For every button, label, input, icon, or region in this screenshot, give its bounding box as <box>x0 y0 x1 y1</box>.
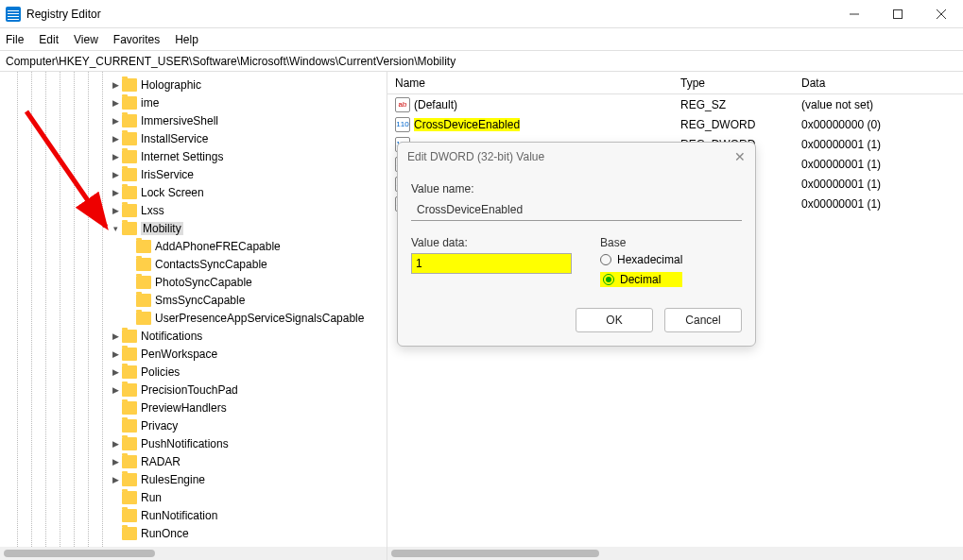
tree-item[interactable]: PreviewHandlers <box>9 399 387 416</box>
list-row[interactable]: 110CrossDeviceEnabledREG_DWORD0x00000000… <box>387 114 963 134</box>
tree-horizontal-scrollbar[interactable] <box>0 547 387 560</box>
value-data: 0x00000001 (1) <box>794 158 963 171</box>
radio-decimal[interactable]: Decimal <box>600 272 682 287</box>
tree-item-label: PushNotifications <box>141 437 229 450</box>
tree-item[interactable]: ▶PushNotifications <box>9 434 387 452</box>
menu-favorites[interactable]: Favorites <box>113 33 160 46</box>
tree-item[interactable]: ▶Lxss <box>9 201 387 219</box>
tree-item[interactable]: ▶RADAR <box>9 452 387 470</box>
chevron-right-icon[interactable]: ▶ <box>109 473 122 486</box>
folder-icon <box>122 150 137 163</box>
tree-item-label: Privacy <box>141 419 178 433</box>
menu-file[interactable]: File <box>6 33 24 46</box>
tree-item-label: SmsSyncCapable <box>155 294 245 307</box>
tree-item[interactable]: ▶Lock Screen <box>9 183 387 201</box>
chevron-right-icon[interactable]: ▶ <box>109 455 122 468</box>
tree-item[interactable]: ▶Internet Settings <box>9 147 387 165</box>
radio-hexadecimal[interactable]: Hexadecimal <box>600 253 682 266</box>
tree-item[interactable]: ▶Notifications <box>9 327 387 345</box>
minimize-button[interactable] <box>833 0 876 27</box>
tree-item[interactable]: ▾Mobility <box>9 219 387 237</box>
value-data-input[interactable] <box>411 253 572 274</box>
chevron-right-icon[interactable]: ▶ <box>109 96 122 110</box>
chevron-right-icon[interactable]: ▶ <box>109 348 122 361</box>
chevron-right-icon[interactable]: ▶ <box>109 186 122 199</box>
tree-item-label: RunOnce <box>141 527 189 540</box>
tree-item[interactable]: Run <box>9 488 387 506</box>
value-data: 0x00000000 (0) <box>794 118 963 131</box>
list-row[interactable]: ab(Default)REG_SZ(value not set) <box>387 94 963 114</box>
tree-item[interactable]: ▶PenWorkspace <box>9 345 387 363</box>
folder-icon <box>122 527 137 540</box>
column-header-type[interactable]: Type <box>680 76 794 90</box>
tree-item[interactable]: AddAPhoneFRECapable <box>9 237 387 255</box>
tree-item[interactable]: PhotoSyncCapable <box>9 273 387 291</box>
chevron-right-icon[interactable]: ▶ <box>109 365 122 379</box>
value-data: 0x00000001 (1) <box>794 138 963 151</box>
maximize-button[interactable] <box>876 0 920 27</box>
tree-item[interactable]: RunOnce <box>9 524 387 542</box>
expander-placeholder <box>109 527 122 540</box>
tree-item[interactable]: Privacy <box>9 416 387 434</box>
chevron-down-icon[interactable]: ▾ <box>109 222 122 235</box>
tree-item-label: Run <box>141 491 162 504</box>
chevron-right-icon[interactable]: ▶ <box>109 204 122 217</box>
folder-icon <box>122 401 137 415</box>
list-horizontal-scrollbar[interactable] <box>387 547 963 560</box>
value-data: 0x00000001 (1) <box>794 197 963 211</box>
chevron-right-icon[interactable]: ▶ <box>109 150 122 163</box>
radio-hex-label: Hexadecimal <box>617 253 682 266</box>
tree-item-label: PhotoSyncCapable <box>155 276 252 289</box>
folder-icon <box>122 473 137 486</box>
folder-icon <box>136 240 151 253</box>
base-label: Base <box>600 236 682 249</box>
column-header-name[interactable]: Name <box>387 76 680 90</box>
ok-button[interactable]: OK <box>576 308 653 332</box>
chevron-right-icon[interactable]: ▶ <box>109 330 122 343</box>
tree-item[interactable]: ▶Holographic <box>9 76 387 93</box>
cancel-button[interactable]: Cancel <box>664 308 742 332</box>
expander-placeholder <box>123 294 136 307</box>
address-bar[interactable]: Computer\HKEY_CURRENT_USER\Software\Micr… <box>0 51 963 72</box>
expander-placeholder <box>123 240 136 253</box>
tree-item[interactable]: ▶Policies <box>9 363 387 381</box>
tree-item[interactable]: ▶RulesEngine <box>9 470 387 488</box>
menubar: File Edit View Favorites Help <box>0 28 963 51</box>
chevron-right-icon[interactable]: ▶ <box>109 114 122 127</box>
value-name-field[interactable] <box>411 199 742 221</box>
tree-item-label: Notifications <box>141 330 202 343</box>
menu-help[interactable]: Help <box>175 33 198 46</box>
tree-item-label: Mobility <box>141 222 183 235</box>
tree-item[interactable]: RunNotification <box>9 506 387 524</box>
tree-item[interactable]: ▶ime <box>9 93 387 111</box>
expander-placeholder <box>123 312 136 325</box>
tree-item-label: ImmersiveShell <box>141 114 218 127</box>
tree-item[interactable]: ContactsSyncCapable <box>9 255 387 273</box>
chevron-right-icon[interactable]: ▶ <box>109 437 122 450</box>
dialog-close-button[interactable]: ✕ <box>734 149 746 164</box>
value-data: (value not set) <box>794 98 963 111</box>
tree-pane[interactable]: ▶Holographic▶ime▶ImmersiveShell▶InstallS… <box>0 72 387 560</box>
close-button[interactable] <box>920 0 963 27</box>
tree-item[interactable]: ▶PrecisionTouchPad <box>9 381 387 399</box>
tree-item-label: ime <box>141 96 159 110</box>
tree-item[interactable]: ▶InstallService <box>9 129 387 147</box>
folder-icon <box>122 96 137 110</box>
chevron-right-icon[interactable]: ▶ <box>109 132 122 145</box>
menu-edit[interactable]: Edit <box>39 33 59 46</box>
radio-dec-label: Decimal <box>620 273 661 286</box>
tree-item[interactable]: SmsSyncCapable <box>9 291 387 309</box>
menu-view[interactable]: View <box>74 33 98 46</box>
folder-icon <box>122 78 137 92</box>
tree-item[interactable]: ▶ImmersiveShell <box>9 111 387 129</box>
tree-item[interactable]: ▶IrisService <box>9 165 387 183</box>
tree-item-label: Lock Screen <box>141 186 204 199</box>
dialog-titlebar: Edit DWORD (32-bit) Value ✕ <box>398 143 755 171</box>
tree-item[interactable]: UserPresenceAppServiceSignalsCapable <box>9 309 387 327</box>
chevron-right-icon[interactable]: ▶ <box>109 168 122 181</box>
chevron-right-icon[interactable]: ▶ <box>109 78 122 92</box>
column-header-data[interactable]: Data <box>794 76 963 90</box>
folder-icon <box>122 132 137 145</box>
tree-item-label: PrecisionTouchPad <box>141 383 238 397</box>
chevron-right-icon[interactable]: ▶ <box>109 383 122 397</box>
